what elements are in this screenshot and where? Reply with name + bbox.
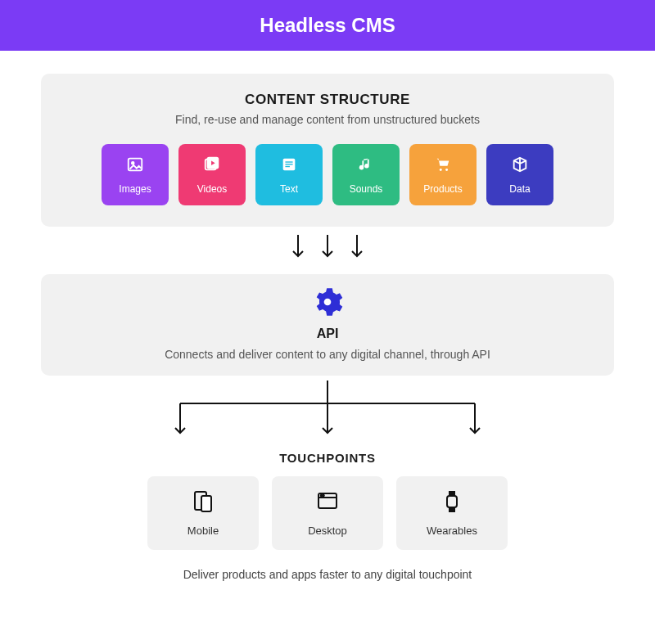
svg-point-9 [445, 168, 448, 170]
arrow-down-icon [349, 233, 365, 264]
svg-rect-19 [449, 507, 454, 511]
mobile-icon [191, 489, 215, 516]
tile-data: Data [486, 144, 553, 205]
arrow-down-icon [290, 233, 306, 264]
touchpoint-wearables: Wearables [396, 476, 508, 550]
diagram-container: CONTENT STRUCTURE Find, re-use and manag… [0, 51, 655, 581]
tile-images: Images [102, 144, 169, 205]
touchpoints-row: Mobile Desktop Wearables [41, 476, 614, 550]
svg-rect-18 [449, 492, 454, 496]
image-icon [126, 155, 144, 176]
arrows-api-to-touchpoints [41, 379, 614, 446]
content-structure-title: CONTENT STRUCTURE [66, 92, 590, 108]
cart-icon [434, 155, 452, 176]
svg-point-10 [324, 299, 332, 306]
content-structure-subtitle: Find, re-use and manage content from uns… [66, 113, 590, 126]
tile-label: Products [423, 183, 462, 195]
tile-sounds: Sounds [332, 144, 400, 205]
page-header: Headless CMS [0, 0, 655, 51]
api-panel: API Connects and deliver content to any … [41, 274, 614, 376]
tile-label: Data [509, 183, 530, 195]
arrows-content-to-api [41, 233, 614, 264]
branch-arrow-icon [156, 379, 499, 446]
arrow-down-icon [319, 233, 336, 264]
touchpoints-title: TOUCHPOINTS [41, 451, 614, 465]
svg-rect-7 [285, 165, 290, 166]
svg-rect-6 [285, 164, 292, 164]
svg-rect-12 [201, 496, 211, 511]
tile-products: Products [409, 144, 477, 205]
svg-rect-17 [447, 496, 457, 507]
watch-icon [440, 489, 464, 516]
touchpoint-desktop: Desktop [272, 476, 383, 550]
svg-rect-5 [285, 161, 292, 162]
touchpoint-mobile: Mobile [147, 476, 259, 550]
touchpoint-label: Desktop [308, 525, 347, 537]
text-icon [280, 155, 298, 176]
desktop-icon [315, 489, 340, 516]
content-tiles-row: Images Videos Text Sounds [66, 144, 590, 205]
api-subtitle: Connects and deliver content to any digi… [66, 348, 590, 361]
music-icon [357, 155, 375, 176]
svg-point-16 [323, 495, 324, 497]
svg-point-8 [440, 168, 442, 170]
tile-videos: Videos [178, 144, 246, 205]
svg-point-1 [132, 161, 134, 164]
api-title: API [66, 327, 590, 341]
tile-label: Videos [197, 183, 227, 195]
page-title: Headless CMS [260, 14, 395, 36]
tile-label: Text [280, 183, 298, 195]
touchpoint-label: Wearables [427, 525, 477, 537]
gear-icon [311, 307, 344, 321]
cube-icon [511, 155, 529, 176]
svg-point-15 [321, 495, 323, 497]
tile-label: Images [119, 183, 151, 195]
video-icon [203, 155, 221, 176]
tile-label: Sounds [350, 183, 383, 195]
tile-text: Text [255, 144, 323, 205]
touchpoints-subtitle: Deliver products and apps faster to any … [41, 568, 614, 581]
touchpoint-label: Mobile [187, 525, 219, 537]
content-structure-panel: CONTENT STRUCTURE Find, re-use and manag… [41, 74, 614, 227]
